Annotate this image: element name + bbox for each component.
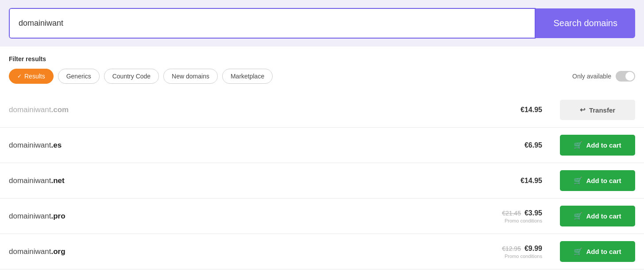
- search-input[interactable]: [10, 9, 535, 38]
- table-row: domainiwant.com €14.95 ↩ Transfer: [0, 93, 644, 128]
- domain-name: domainiwant.org: [9, 247, 66, 256]
- add-to-cart-button[interactable]: 🛒 Add to cart: [560, 206, 635, 226]
- only-available-label: Only available: [572, 73, 611, 80]
- action-cell: ↩ Transfer: [551, 93, 644, 128]
- chip-country-code[interactable]: Country Code: [104, 69, 159, 84]
- add-to-cart-button[interactable]: 🛒 Add to cart: [560, 170, 635, 191]
- transfer-icon: ↩: [580, 106, 586, 114]
- only-available-toggle[interactable]: [616, 71, 635, 82]
- check-icon: ✓: [17, 73, 22, 79]
- action-cell: 🛒 Add to cart: [551, 163, 644, 199]
- price-promo: €9.99: [524, 245, 542, 253]
- price-cell: €21.45 €3.95 Promo conditions: [316, 199, 551, 234]
- chip-country-code-label: Country Code: [112, 73, 150, 80]
- action-cell: 🛒 Add to cart: [551, 234, 644, 269]
- table-row: domainiwant.org €12.95 €9.99 Promo condi…: [0, 234, 644, 269]
- transfer-button[interactable]: ↩ Transfer: [560, 100, 635, 120]
- filter-chips: ✓ Results Generics Country Code New doma…: [9, 69, 568, 84]
- results-table: domainiwant.com €14.95 ↩ Transfer domain…: [0, 93, 644, 269]
- price-cell: €14.95: [316, 93, 551, 128]
- price-original: €12.95: [502, 245, 521, 252]
- chip-marketplace-label: Marketplace: [231, 73, 264, 80]
- cart-icon: 🛒: [574, 176, 582, 185]
- chip-generics[interactable]: Generics: [58, 69, 100, 84]
- price: €14.95: [521, 106, 542, 113]
- cart-icon: 🛒: [574, 212, 582, 220]
- promo-conditions: Promo conditions: [324, 254, 542, 259]
- search-section: Search domains: [0, 0, 644, 47]
- add-to-cart-label: Add to cart: [586, 212, 621, 220]
- add-to-cart-label: Add to cart: [586, 177, 621, 184]
- promo-conditions: Promo conditions: [324, 218, 542, 223]
- action-cell: 🛒 Add to cart: [551, 128, 644, 163]
- search-input-wrapper: [9, 8, 536, 39]
- filter-section: Filter results ✓ Results Generics Countr…: [0, 47, 644, 88]
- domain-name: domainiwant.net: [9, 176, 65, 185]
- cart-icon: 🛒: [574, 247, 582, 256]
- table-row: domainiwant.net €14.95 🛒 Add to cart: [0, 163, 644, 199]
- domain-name: domainiwant.com: [9, 105, 69, 114]
- filter-row: ✓ Results Generics Country Code New doma…: [9, 69, 635, 84]
- price: €6.95: [524, 141, 542, 149]
- price-cell: €12.95 €9.99 Promo conditions: [316, 234, 551, 269]
- cart-icon: 🛒: [574, 141, 582, 149]
- chip-new-domains-label: New domains: [172, 73, 209, 80]
- transfer-label: Transfer: [589, 106, 615, 114]
- table-row: domainiwant.es €6.95 🛒 Add to cart: [0, 128, 644, 163]
- price-original: €21.45: [502, 210, 521, 217]
- action-cell: 🛒 Add to cart: [551, 199, 644, 234]
- add-to-cart-button[interactable]: 🛒 Add to cart: [560, 135, 635, 156]
- chip-new-domains[interactable]: New domains: [163, 69, 218, 84]
- chip-results[interactable]: ✓ Results: [9, 69, 54, 84]
- domain-name: domainiwant.pro: [9, 212, 66, 220]
- price: €14.95: [521, 177, 542, 184]
- add-to-cart-label: Add to cart: [586, 248, 621, 255]
- price-promo: €3.95: [524, 209, 542, 217]
- chip-generics-label: Generics: [66, 73, 91, 80]
- price-cell: €6.95: [316, 128, 551, 163]
- chip-marketplace[interactable]: Marketplace: [222, 69, 273, 84]
- add-to-cart-label: Add to cart: [586, 141, 621, 149]
- add-to-cart-button[interactable]: 🛒 Add to cart: [560, 241, 635, 262]
- table-row: domainiwant.pro €21.45 €3.95 Promo condi…: [0, 199, 644, 234]
- search-button[interactable]: Search domains: [536, 8, 635, 38]
- chip-results-label: Results: [24, 73, 45, 80]
- only-available: Only available: [572, 71, 635, 82]
- filter-title: Filter results: [9, 55, 635, 62]
- domain-name: domainiwant.es: [9, 141, 62, 149]
- price-cell: €14.95: [316, 163, 551, 199]
